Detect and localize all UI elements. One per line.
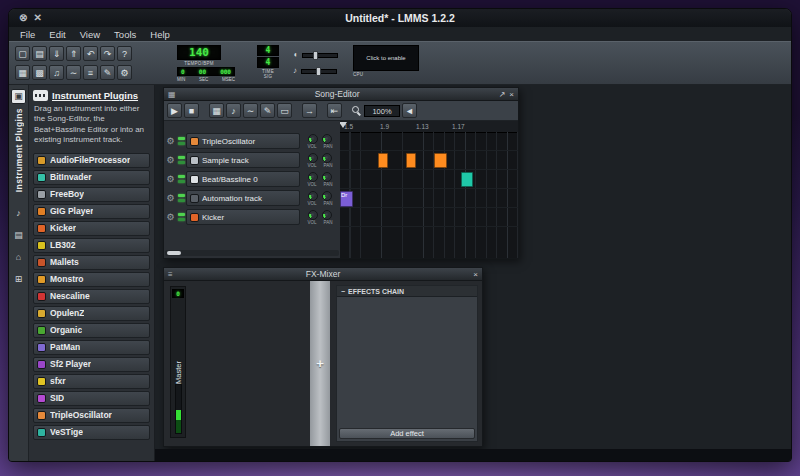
instrument-item[interactable]: VeSTige [33,425,150,440]
add-effect-button[interactable]: Add effect [339,428,475,439]
menu-tools[interactable]: Tools [107,29,143,40]
home-tab-icon[interactable]: ⌂ [12,250,26,264]
volume-knob[interactable] [308,172,318,182]
cpu-overlay[interactable]: Click to enable [353,45,419,71]
bb-pattern-segment[interactable] [461,172,473,187]
mute-led[interactable] [178,156,185,159]
track-name-button[interactable]: TripleOscillator [186,133,300,149]
sample-segment[interactable] [406,153,416,168]
instrument-item[interactable]: TripleOscillator [33,408,150,423]
instrument-item[interactable]: FreeBoy [33,187,150,202]
controller-rack-toggle-button[interactable]: ⚙ [117,65,132,80]
track-name-button[interactable]: Kicker [186,209,300,225]
grid-row[interactable] [340,189,518,208]
pan-knob[interactable] [322,172,332,182]
fx-mixer-titlebar[interactable]: ≡ FX-Mixer × [164,268,482,281]
instrument-item[interactable]: sfxr [33,374,150,389]
bb-editor-toggle-button[interactable]: ▩ [32,65,47,80]
instruments-tab-label[interactable]: Instrument Plugins [14,108,24,192]
add-sample-track-button[interactable]: ♪ [226,103,241,118]
instrument-item[interactable]: PatMan [33,340,150,355]
pan-knob[interactable] [322,134,332,144]
track-name-button[interactable]: Sample track [186,152,300,168]
sample-segment[interactable] [378,153,388,168]
instrument-item[interactable]: Nescaline [33,289,150,304]
instruments-tab-icon[interactable]: ▣ [11,89,26,104]
time-signature-display[interactable]: 4 4 TIME SIG [257,45,279,79]
instrument-item[interactable]: BitInvader [33,170,150,185]
pan-knob[interactable] [322,210,332,220]
close-icon[interactable]: × [473,270,478,279]
solo-led[interactable] [178,180,185,183]
instrument-item[interactable]: Mallets [33,255,150,270]
timesig-numerator[interactable]: 4 [257,45,279,56]
grid-row[interactable] [340,132,518,151]
close-icon[interactable]: × [509,90,514,99]
fx-mixer-toggle-button[interactable]: ≡ [83,65,98,80]
instrument-item[interactable]: Kicker [33,221,150,236]
grid-row[interactable] [340,170,518,189]
solo-led[interactable] [178,161,185,164]
grid-row[interactable] [340,151,518,170]
zoom-level-select[interactable]: 100% [364,105,400,117]
project-notes-toggle-button[interactable]: ✎ [100,65,115,80]
maximize-icon[interactable]: ↗ [499,90,506,99]
track-gear-icon[interactable]: ⚙ [165,136,176,146]
track-gear-icon[interactable]: ⚙ [165,212,176,222]
menu-help[interactable]: Help [143,29,177,40]
master-channel-strip[interactable]: 0 Master [170,286,186,438]
instrument-item[interactable]: Sf2 Player [33,357,150,372]
volume-knob[interactable] [308,210,318,220]
new-project-button[interactable]: ▢ [15,46,30,61]
tempo-display[interactable]: 140 TEMPO/BPM [177,45,221,66]
piano-roll-toggle-button[interactable]: ♫ [49,65,64,80]
song-timeline-grid[interactable]: 1.5 1.9 1.13 1.17 [340,121,518,258]
draw-mode-button[interactable]: ✎ [260,103,275,118]
automation-pattern-segment[interactable]: Dr [340,191,353,207]
master-pitch-slider[interactable] [301,69,337,74]
track-name-button[interactable]: Beat/Bassline 0 [186,171,300,187]
master-volume-slider[interactable] [302,53,338,58]
export-project-button[interactable]: ⇑ [66,46,81,61]
computer-tab-icon[interactable]: ⊞ [12,272,26,286]
song-editor-titlebar[interactable]: ▦ Song-Editor ↗ × [164,88,518,101]
zoom-dropdown-arrow-icon[interactable]: ◄ [402,103,417,118]
add-bb-track-button[interactable]: ▦ [209,103,224,118]
automation-editor-toggle-button[interactable]: ∼ [66,65,81,80]
undo-button[interactable]: ↶ [83,46,98,61]
instrument-item[interactable]: LB302 [33,238,150,253]
solo-led[interactable] [178,199,185,202]
track-gear-icon[interactable]: ⚙ [165,193,176,203]
play-button[interactable]: ▶ [167,103,182,118]
mute-led[interactable] [178,175,185,178]
open-project-button[interactable]: ▤ [32,46,47,61]
add-automation-track-button[interactable]: ∼ [243,103,258,118]
instrument-item[interactable]: SID [33,391,150,406]
track-gear-icon[interactable]: ⚙ [165,155,176,165]
timesig-denominator[interactable]: 4 [257,57,279,68]
scrollbar-thumb[interactable] [167,251,181,255]
instrument-item[interactable]: OpulenZ [33,306,150,321]
channel-scrollbar[interactable]: + [310,281,330,446]
titlebar[interactable]: ⊗ ✕ Untitled* - LMMS 1.2.2 [9,9,791,27]
solo-led[interactable] [178,142,185,145]
samples-tab-icon[interactable]: ♪ [12,206,26,220]
mute-led[interactable] [178,137,185,140]
grid-row[interactable] [340,208,518,227]
add-channel-button[interactable]: + [316,356,324,371]
track-gear-icon[interactable]: ⚙ [165,174,176,184]
close-icon[interactable]: ✕ [33,13,41,23]
whats-this-button[interactable]: ? [117,46,132,61]
chain-collapse-icon[interactable]: − [341,288,345,295]
behaviour-at-stop-button[interactable]: → [302,103,317,118]
horizontal-scrollbar[interactable] [165,250,339,256]
tempo-value[interactable]: 140 [177,45,221,60]
save-project-button[interactable]: ⇓ [49,46,64,61]
song-editor-toggle-button[interactable]: ▦ [15,65,30,80]
menu-file[interactable]: File [13,29,42,40]
minimize-icon[interactable]: ⊗ [19,13,27,23]
instrument-item[interactable]: Monstro [33,272,150,287]
instrument-item[interactable]: Organic [33,323,150,338]
volume-knob[interactable] [308,191,318,201]
playhead-marker[interactable] [340,122,347,128]
